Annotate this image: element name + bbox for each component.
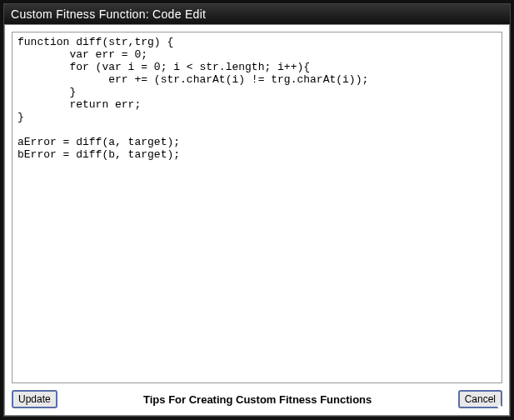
dialog-titlebar: Custom Fitness Function: Code Edit	[4, 4, 510, 24]
tips-link[interactable]: Tips For Creating Custom Fitness Functio…	[143, 393, 372, 406]
footer-center: Tips For Creating Custom Fitness Functio…	[64, 392, 452, 407]
dialog-title: Custom Fitness Function: Code Edit	[11, 8, 206, 21]
dialog-body: Update Tips For Creating Custom Fitness …	[4, 24, 510, 416]
update-button[interactable]: Update	[12, 390, 57, 408]
cancel-button[interactable]: Cancel	[458, 390, 502, 408]
dialog-footer: Update Tips For Creating Custom Fitness …	[12, 383, 502, 408]
code-edit-dialog: Custom Fitness Function: Code Edit Updat…	[3, 3, 511, 417]
close-icon[interactable]: ✖	[497, 403, 507, 417]
fitness-code-textarea[interactable]	[12, 32, 502, 383]
